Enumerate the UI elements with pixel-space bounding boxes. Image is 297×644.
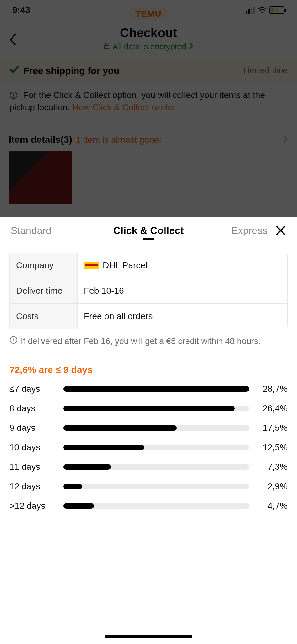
bar-label: 12 days	[9, 481, 57, 491]
svg-rect-1	[105, 45, 109, 49]
company-value: DHL Parcel	[103, 260, 147, 270]
costs-value: Free on all orders	[78, 304, 287, 329]
item-details-title: Item details(3)	[9, 134, 72, 145]
encryption-text: All data is encrypted	[113, 42, 186, 52]
wifi-icon	[258, 7, 266, 13]
table-row: Company DHL Parcel	[10, 253, 287, 278]
bar-fill	[63, 386, 249, 392]
info-icon: i	[9, 335, 18, 348]
bar-row: 11 days7,3%	[9, 462, 288, 472]
click-collect-info: i For the Click & Collect option, you wi…	[0, 82, 297, 120]
bar-fill	[63, 425, 177, 431]
bar-label: 10 days	[9, 442, 57, 452]
bar-fill	[63, 484, 82, 489]
how-click-collect-link[interactable]: How Click & Collect works	[73, 103, 175, 112]
bar-row: 12 days2,9%	[9, 481, 288, 491]
bar-label: >12 days	[9, 501, 57, 511]
bar-fill	[63, 464, 111, 470]
limited-time-tag: Limited-time	[243, 66, 288, 75]
shipping-options-sheet: Standard Click & Collect Express Company…	[0, 217, 297, 644]
bar-label: 8 days	[9, 403, 57, 414]
tab-express[interactable]: Express	[231, 225, 267, 236]
back-button[interactable]	[9, 33, 18, 47]
bar-track	[63, 503, 249, 509]
shipping-info-table: Company DHL Parcel Deliver time Feb 10-1…	[9, 253, 288, 329]
bar-row: >12 days4,7%	[9, 501, 288, 511]
delivery-stats-chart: ≤7 days28,7%8 days26,4%9 days17,5%10 day…	[9, 384, 288, 511]
costs-label: Costs	[10, 304, 78, 329]
bar-label: 11 days	[9, 462, 57, 472]
table-row: Deliver time Feb 10-16	[10, 278, 287, 303]
svg-text:i: i	[13, 337, 14, 342]
bar-percent: 4,7%	[256, 501, 288, 511]
bar-fill	[63, 445, 144, 450]
bar-percent: 2,9%	[256, 481, 288, 491]
home-indicator[interactable]	[105, 635, 192, 638]
encryption-notice[interactable]: All data is encrypted	[103, 42, 194, 52]
svg-point-0	[262, 12, 263, 13]
bar-label: 9 days	[9, 423, 57, 433]
tab-click-collect[interactable]: Click & Collect	[113, 225, 184, 236]
credit-note-text: If delivered after Feb 16, you will get …	[21, 335, 261, 348]
bar-row: ≤7 days28,7%	[9, 384, 288, 394]
sheet-handle[interactable]	[143, 238, 154, 240]
page-title: Checkout	[9, 26, 288, 40]
bar-fill	[63, 503, 94, 509]
shipping-tabs: Standard Click & Collect Express	[0, 217, 297, 243]
bar-fill	[63, 406, 235, 411]
company-label: Company	[10, 253, 78, 278]
bar-percent: 7,3%	[256, 462, 288, 472]
chevron-right-icon	[189, 42, 194, 52]
bar-percent: 17,5%	[256, 423, 288, 433]
dhl-logo-icon	[84, 262, 99, 269]
bar-track	[63, 445, 249, 450]
status-icons: ⚡	[246, 6, 284, 14]
check-icon	[9, 65, 19, 76]
status-time: 9:43	[13, 5, 30, 15]
divider	[0, 357, 297, 357]
bar-percent: 28,7%	[256, 384, 288, 394]
bar-percent: 26,4%	[256, 403, 288, 414]
bar-row: 10 days12,5%	[9, 442, 288, 452]
lock-icon	[103, 42, 110, 52]
tab-standard[interactable]: Standard	[11, 225, 51, 236]
bar-label: ≤7 days	[9, 384, 57, 394]
free-shipping-banner: Free shipping for you Limited-time	[0, 59, 297, 82]
bar-track	[63, 406, 249, 411]
bar-row: 9 days17,5%	[9, 423, 288, 433]
bar-track	[63, 464, 249, 470]
bar-percent: 12,5%	[256, 442, 288, 452]
bar-row: 8 days26,4%	[9, 403, 288, 414]
bar-track	[63, 425, 249, 431]
item-stock-warning: 1 item is almost gone!	[76, 135, 161, 145]
close-button[interactable]	[275, 225, 286, 237]
page-header: Checkout All data is encrypted	[0, 20, 297, 59]
bar-track	[63, 386, 249, 392]
deliver-time-value: Feb 10-16	[78, 278, 287, 303]
table-row: Costs Free on all orders	[10, 303, 287, 329]
delivery-credit-note: i If delivered after Feb 16, you will ge…	[9, 335, 288, 348]
svg-text:i: i	[13, 92, 14, 98]
cellular-icon	[246, 7, 255, 14]
brand-pill: TEMU	[128, 8, 168, 20]
chevron-right-icon	[283, 135, 288, 144]
bar-track	[63, 484, 249, 489]
item-thumbnail[interactable]	[9, 151, 72, 204]
delivery-stats-title: 72,6% are ≤ 9 days	[9, 364, 288, 375]
battery-icon: ⚡	[269, 6, 284, 14]
item-details-section[interactable]: Item details(3) 1 item is almost gone!	[0, 134, 297, 204]
free-shipping-text: Free shipping for you	[23, 65, 120, 76]
deliver-time-label: Deliver time	[10, 278, 78, 303]
info-icon: i	[9, 91, 18, 99]
